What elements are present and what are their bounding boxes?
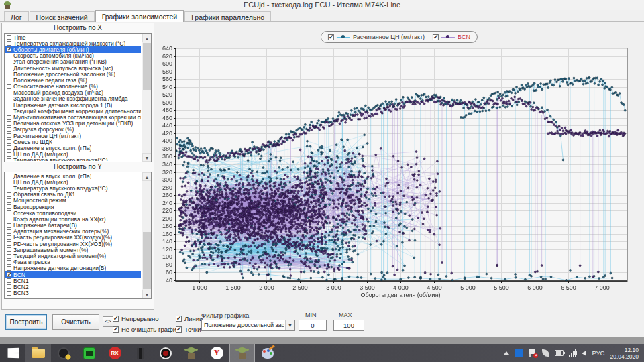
item-checkbox[interactable] <box>7 109 11 113</box>
item-checkbox[interactable] <box>7 145 11 150</box>
checkbox-icon[interactable] <box>176 316 182 322</box>
taskbar-item-steering-wheel[interactable] <box>51 344 76 362</box>
item-checkbox[interactable] <box>7 284 11 289</box>
item-checkbox[interactable] <box>7 41 11 46</box>
item-checkbox[interactable] <box>7 66 11 70</box>
scroll-down-icon[interactable]: ▼ <box>142 290 152 298</box>
chevron-up-icon[interactable] <box>504 351 509 355</box>
item-checkbox[interactable] <box>7 217 11 221</box>
item-checkbox[interactable] <box>7 84 11 89</box>
checkbox-icon[interactable] <box>113 326 119 333</box>
list-item[interactable]: Заданное значение коэффициента лямбда <box>5 96 141 102</box>
item-checkbox[interactable] <box>7 272 11 277</box>
dependency-chart-canvas[interactable] <box>154 22 644 310</box>
list-item[interactable]: Относительное наполнение (%) <box>5 84 141 90</box>
list-item[interactable]: ЦН по ДАД (мг/цикл) <box>5 179 141 185</box>
item-checkbox[interactable] <box>7 210 11 215</box>
y-list-scrollbar[interactable]: ▲ ▼ <box>142 172 151 298</box>
battery-icon[interactable] <box>555 350 564 356</box>
list-item[interactable]: Угол опережения зажигания (°ПКВ) <box>5 59 141 65</box>
x-list-scrollbar[interactable]: ▲ ▼ <box>142 34 151 162</box>
item-checkbox[interactable] <box>7 139 11 144</box>
checkbox-icon[interactable] <box>113 316 119 322</box>
item-checkbox[interactable] <box>7 35 11 40</box>
tab[interactable]: Графики зависимостей <box>95 10 184 22</box>
item-checkbox[interactable] <box>7 241 11 246</box>
scroll-up-icon[interactable]: ▲ <box>142 172 152 181</box>
list-item[interactable]: Температура охлаждающей жидкости (°C) <box>5 40 141 46</box>
item-checkbox[interactable] <box>7 54 11 58</box>
legend-checkbox[interactable] <box>433 34 439 40</box>
build-button[interactable]: Построить <box>5 314 47 330</box>
option-checkbox[interactable]: Линии <box>176 313 203 324</box>
list-item[interactable]: Температура впускного воздуха(°C) <box>5 158 141 161</box>
list-item[interactable]: Скорость автомобиля (км/час) <box>5 53 141 59</box>
item-checkbox[interactable] <box>7 78 11 82</box>
list-item[interactable]: Текущий индикаторный момент(%) <box>5 253 141 259</box>
list-item[interactable]: Мультипликативная составляющая коррекции… <box>5 114 141 120</box>
list-item[interactable]: Обороты двигателя (об/мин) <box>5 46 141 52</box>
list-item[interactable]: Массовый расход воздуха (кг/час) <box>5 90 141 96</box>
item-checkbox[interactable] <box>7 198 11 203</box>
taskbar-item-record[interactable] <box>153 344 178 362</box>
leaf-icon[interactable] <box>542 349 549 357</box>
list-item[interactable]: Барокоррекция <box>5 204 141 210</box>
list-item[interactable]: Напряжение датчика детонации(В) <box>5 265 141 272</box>
list-item[interactable]: Мощностной режим <box>5 198 141 204</box>
taskbar-item-paint[interactable] <box>255 344 280 362</box>
item-checkbox[interactable] <box>7 47 11 52</box>
list-item[interactable]: Коэф.адаптации топлива на ХХ(кг) <box>5 216 141 222</box>
list-item[interactable]: I-часть регулирования ХХ(воздух)(%) <box>5 235 141 241</box>
option-checkbox[interactable]: Не очищать график <box>113 324 179 335</box>
list-item[interactable]: Положение дроссельной заслонки (%) <box>5 71 141 77</box>
list-item[interactable]: Time <box>5 34 141 40</box>
taskbar-item-yandex-browser[interactable]: Y <box>204 344 229 362</box>
item-checkbox[interactable] <box>7 103 11 107</box>
list-item[interactable]: Положение педали газа (%) <box>5 77 141 83</box>
item-checkbox[interactable] <box>7 229 11 234</box>
list-item[interactable]: Температура впускного воздуха(°C) <box>5 185 141 191</box>
item-checkbox[interactable] <box>7 174 11 178</box>
legend-checkbox[interactable] <box>328 34 334 40</box>
item-checkbox[interactable] <box>7 291 11 296</box>
list-item[interactable]: ЦН по ДАД (мг/цикл) <box>5 152 141 158</box>
action-center-flag-icon[interactable]: ✕ <box>529 349 537 357</box>
taskbar-item-ecu-app[interactable] <box>229 344 255 362</box>
item-checkbox[interactable] <box>7 247 11 252</box>
item-checkbox[interactable] <box>7 186 11 190</box>
list-item[interactable]: Расчитанное ЦН (мг/такт) <box>5 133 141 139</box>
item-checkbox[interactable] <box>7 204 11 209</box>
title-bar[interactable]: ECUjd - тксткода.log ECU - Ителма М74K-L… <box>0 0 644 10</box>
item-checkbox[interactable] <box>7 127 11 132</box>
list-item[interactable]: PD-часть регулирования ХХ(УОЗ)(%) <box>5 241 141 247</box>
item-checkbox[interactable] <box>7 158 11 161</box>
list-item[interactable]: Обратная связь по ДК1 <box>5 192 141 198</box>
item-checkbox[interactable] <box>7 278 11 283</box>
start-button[interactable] <box>0 344 25 362</box>
scroll-down-icon[interactable]: ▼ <box>142 153 152 162</box>
list-item[interactable]: Фаза впрыска <box>5 259 141 265</box>
clock[interactable]: 12:10 20.04.2020 <box>610 347 639 360</box>
chevron-down-icon[interactable]: ▼ <box>285 320 294 330</box>
taskbar-item-chip[interactable] <box>127 344 153 362</box>
list-item[interactable]: Отсечка топливоподачи <box>5 210 141 216</box>
list-item[interactable]: Давление в впуск. колл. (гПа) <box>5 173 141 179</box>
item-checkbox[interactable] <box>7 133 11 138</box>
taskbar-item-file-explorer[interactable] <box>25 344 51 362</box>
item-checkbox[interactable] <box>7 152 11 157</box>
item-checkbox[interactable] <box>7 60 11 64</box>
item-checkbox[interactable] <box>7 121 11 126</box>
language-indicator[interactable]: РУС <box>592 349 604 357</box>
filter-dropdown[interactable]: Положение дроссельной заслонки ▼ <box>201 320 295 331</box>
list-item[interactable]: Загрузка форсунок (%) <box>5 127 141 133</box>
item-checkbox[interactable] <box>7 266 11 271</box>
checkbox-icon[interactable] <box>176 326 182 333</box>
list-item[interactable]: Длительность импульса впрыска (мс) <box>5 65 141 71</box>
tab[interactable]: Графики параллельно <box>184 11 271 22</box>
list-item[interactable]: Смесь по ШДК <box>5 139 141 145</box>
list-item[interactable]: Давление в впуск. колл. (гПа) <box>5 145 141 151</box>
list-item[interactable]: BCN3 <box>5 290 141 296</box>
tab[interactable]: Лог <box>4 11 29 22</box>
item-checkbox[interactable] <box>7 260 11 265</box>
list-item[interactable]: Текущий коэффициент коррекции длительнос… <box>5 108 141 114</box>
